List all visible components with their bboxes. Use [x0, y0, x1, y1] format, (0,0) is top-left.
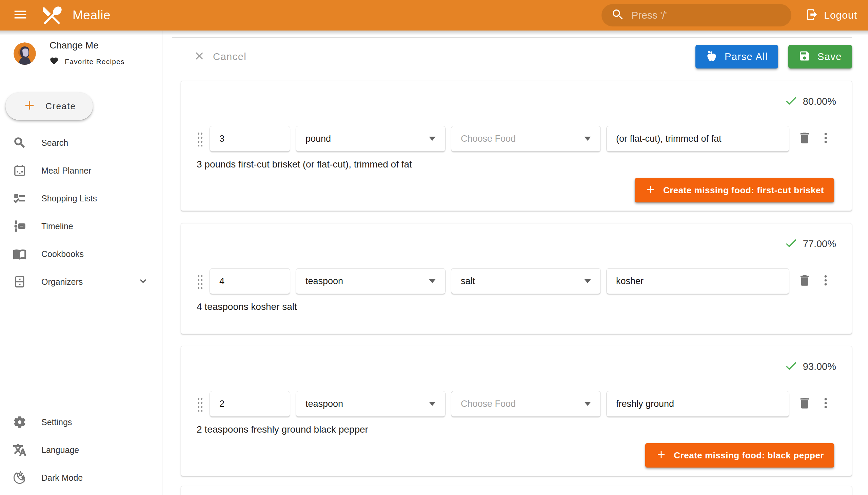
- ingredient-card-partial: [181, 486, 852, 495]
- sidebar-item-shopping-lists[interactable]: Shopping Lists: [0, 185, 162, 212]
- drag-handle[interactable]: [197, 396, 204, 412]
- create-missing-food-label: Create missing food: first-cut brisket: [663, 185, 824, 195]
- sidebar-item-label: Meal Planner: [41, 166, 91, 176]
- search-placeholder: Press '/': [631, 10, 667, 21]
- check-icon: [784, 236, 798, 252]
- quantity-input[interactable]: [209, 268, 290, 294]
- drag-handle[interactable]: [197, 273, 204, 289]
- delete-ingredient-button[interactable]: [794, 128, 815, 149]
- save-icon: [799, 50, 811, 63]
- mealie-logo-icon[interactable]: [40, 3, 64, 27]
- sidebar-item-language[interactable]: Language: [0, 436, 162, 464]
- calendar-icon: [13, 164, 27, 177]
- moon-icon: [13, 471, 27, 484]
- note-value[interactable]: [616, 399, 780, 409]
- app-title: Mealie: [72, 8, 110, 22]
- quantity-value[interactable]: [219, 134, 280, 144]
- dots-vertical-icon: [819, 131, 832, 146]
- sidebar-item-label: Organizers: [41, 277, 83, 287]
- create-missing-food-button[interactable]: Create missing food: black pepper: [645, 443, 834, 467]
- sidebar-item-label: Timeline: [41, 221, 73, 231]
- unit-select[interactable]: teaspoon: [296, 268, 445, 294]
- note-value[interactable]: [616, 134, 780, 144]
- sidebar-item-label: Settings: [41, 417, 72, 427]
- food-select[interactable]: salt: [451, 268, 601, 294]
- favorite-recipes-link[interactable]: Favorite Recipes: [50, 56, 125, 67]
- dropdown-arrow-icon: [429, 402, 436, 406]
- avatar: [14, 42, 36, 65]
- ingredient-card: 93.00% teaspoon Choose Food: [181, 346, 852, 476]
- confidence-row: 77.00%: [197, 237, 836, 251]
- parse-all-button[interactable]: Parse All: [695, 45, 778, 68]
- parse-all-label: Parse All: [725, 51, 768, 62]
- global-search-input[interactable]: Press '/': [601, 4, 792, 27]
- food-select[interactable]: Choose Food: [451, 126, 601, 152]
- sidebar-item-search[interactable]: Search: [0, 129, 162, 157]
- original-ingredient-text: 4 teaspoons kosher salt: [197, 302, 836, 312]
- unit-select[interactable]: pound: [296, 126, 445, 152]
- food-placeholder: Choose Food: [461, 134, 580, 144]
- sidebar-item-label: Language: [41, 445, 79, 455]
- quantity-input[interactable]: [209, 126, 290, 152]
- delete-ingredient-button[interactable]: [794, 393, 815, 414]
- dropdown-arrow-icon: [584, 402, 591, 406]
- timeline-icon: [13, 219, 27, 233]
- delete-ingredient-button[interactable]: [794, 271, 815, 292]
- sidebar-footer: Settings Language Dark Mode: [0, 408, 162, 492]
- sidebar-item-label: Cookbooks: [41, 249, 84, 259]
- ingredient-card: 77.00% teaspoon salt: [181, 223, 852, 334]
- sidebar: Change Me Favorite Recipes Create Search: [0, 31, 163, 495]
- plus-icon: [656, 449, 667, 462]
- user-block[interactable]: Change Me Favorite Recipes: [0, 31, 162, 77]
- food-select[interactable]: Choose Food: [451, 391, 601, 417]
- quantity-value[interactable]: [219, 276, 280, 287]
- unit-value: teaspoon: [306, 399, 425, 409]
- note-value[interactable]: [616, 276, 780, 287]
- ingredient-menu-button[interactable]: [815, 128, 836, 149]
- dropdown-arrow-icon: [584, 137, 591, 141]
- unit-value: pound: [306, 134, 425, 144]
- create-button-label: Create: [46, 101, 76, 112]
- search-icon: [13, 136, 27, 150]
- sidebar-item-dark-mode[interactable]: Dark Mode: [0, 464, 162, 492]
- create-button[interactable]: Create: [5, 92, 93, 120]
- confidence-value: 93.00%: [803, 361, 836, 372]
- quantity-input[interactable]: [209, 391, 290, 417]
- save-label: Save: [817, 51, 842, 62]
- sidebar-item-label: Dark Mode: [41, 473, 83, 483]
- sidebar-item-settings[interactable]: Settings: [0, 408, 162, 436]
- trash-icon: [798, 131, 812, 147]
- note-input[interactable]: [606, 391, 789, 417]
- unit-select[interactable]: teaspoon: [296, 391, 445, 417]
- check-icon: [784, 359, 798, 374]
- note-input[interactable]: [606, 268, 789, 294]
- confidence-row: 80.00%: [197, 95, 836, 108]
- cancel-label: Cancel: [213, 51, 246, 62]
- save-button[interactable]: Save: [788, 45, 852, 68]
- search-icon: [611, 8, 625, 23]
- translate-icon: [13, 443, 27, 457]
- appbar-shadow: [0, 31, 868, 35]
- sidebar-item-meal-planner[interactable]: Meal Planner: [0, 157, 162, 185]
- close-icon: [193, 50, 205, 63]
- user-name: Change Me: [50, 40, 125, 51]
- sidebar-item-timeline[interactable]: Timeline: [0, 212, 162, 240]
- quantity-value[interactable]: [219, 399, 280, 409]
- ingredient-menu-button[interactable]: [815, 271, 836, 292]
- main-content: Cancel Parse All Save 80.00%: [163, 31, 868, 495]
- ingredient-card: 80.00% pound Choose Food: [181, 81, 852, 211]
- create-missing-food-button[interactable]: Create missing food: first-cut brisket: [635, 178, 834, 202]
- cancel-button[interactable]: Cancel: [193, 50, 246, 63]
- sidebar-item-organizers[interactable]: Organizers: [0, 268, 162, 296]
- menu-button[interactable]: [12, 6, 29, 24]
- note-input[interactable]: [606, 126, 789, 152]
- sidebar-item-cookbooks[interactable]: Cookbooks: [0, 240, 162, 268]
- apple-icon: [705, 50, 718, 63]
- original-ingredient-text: 2 teaspoons freshly ground black pepper: [197, 424, 836, 435]
- sidebar-item-label: Shopping Lists: [41, 193, 97, 203]
- logout-button[interactable]: Logout: [806, 8, 857, 22]
- drag-handle[interactable]: [197, 131, 204, 147]
- checklist-icon: [13, 191, 27, 205]
- ingredient-menu-button[interactable]: [815, 393, 836, 414]
- gear-icon: [13, 415, 27, 429]
